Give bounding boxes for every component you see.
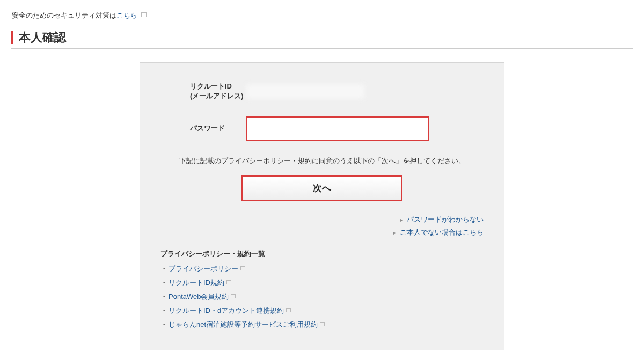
password-row: パスワード bbox=[160, 116, 484, 141]
external-link-icon bbox=[240, 266, 245, 270]
policy-link[interactable]: PontaWeb会員規約 bbox=[169, 292, 229, 301]
external-link-icon bbox=[141, 12, 147, 17]
recruit-id-value-wrap: xxxxxxxx bbox=[246, 84, 484, 99]
password-label: パスワード bbox=[160, 123, 246, 133]
identity-form-box: リクルートID (メールアドレス) xxxxxxxx パスワード 下記に記載のプ… bbox=[140, 62, 504, 350]
list-item: ・リクルートID規約 bbox=[160, 278, 484, 288]
security-notice-text: 安全のためのセキュリティ対策は bbox=[12, 11, 116, 19]
help-links: ▸ パスワードがわからない ▸ ご本人でない場合はこちら bbox=[160, 215, 484, 237]
external-link-icon bbox=[320, 322, 325, 326]
instruction-text: 下記に記載のプライバシーポリシー・規約に同意のうえ以下の「次へ」を押してください… bbox=[160, 156, 484, 166]
policy-section: プライバシーポリシー・規約一覧 ・プライバシーポリシー ・リクルートID規約 ・… bbox=[160, 249, 484, 330]
forgot-password-link[interactable]: パスワードがわからない bbox=[407, 215, 484, 223]
caret-icon: ▸ bbox=[400, 217, 403, 223]
policy-title: プライバシーポリシー・規約一覧 bbox=[160, 249, 484, 259]
policy-link[interactable]: じゃらんnet宿泊施設等予約サービスご利用規約 bbox=[169, 320, 318, 328]
not-you-link[interactable]: ご本人でない場合はこちら bbox=[400, 228, 484, 236]
policy-list: ・プライバシーポリシー ・リクルートID規約 ・PontaWeb会員規約 ・リク… bbox=[160, 264, 484, 330]
password-input[interactable] bbox=[246, 116, 429, 141]
policy-link[interactable]: リクルートID規約 bbox=[169, 279, 224, 287]
submit-wrap: 次へ bbox=[160, 176, 484, 201]
list-item: ・リクルートID・dアカウント連携規約 bbox=[160, 306, 484, 316]
list-item: ・プライバシーポリシー bbox=[160, 264, 484, 274]
policy-link[interactable]: プライバシーポリシー bbox=[169, 265, 238, 273]
policy-link[interactable]: リクルートID・dアカウント連携規約 bbox=[169, 306, 284, 315]
external-link-icon bbox=[226, 280, 231, 284]
page-title-row: 本人確認 bbox=[11, 31, 633, 49]
list-item: ・PontaWeb会員規約 bbox=[160, 292, 484, 302]
security-notice-link[interactable]: こちら bbox=[116, 11, 137, 19]
external-link-icon bbox=[231, 294, 236, 298]
page-title: 本人確認 bbox=[11, 31, 633, 44]
next-button[interactable]: 次へ bbox=[241, 176, 402, 201]
recruit-id-value: xxxxxxxx bbox=[246, 84, 364, 99]
recruit-id-row: リクルートID (メールアドレス) xxxxxxxx bbox=[160, 82, 484, 101]
password-value-wrap bbox=[246, 116, 484, 141]
security-notice: 安全のためのセキュリティ対策はこちら bbox=[11, 11, 633, 20]
caret-icon: ▸ bbox=[393, 230, 396, 236]
external-link-icon bbox=[286, 308, 291, 312]
recruit-id-label: リクルートID (メールアドレス) bbox=[160, 82, 246, 101]
list-item: ・じゃらんnet宿泊施設等予約サービスご利用規約 bbox=[160, 320, 484, 330]
recruit-id-label-line1: リクルートID bbox=[190, 82, 232, 90]
recruit-id-label-line2: (メールアドレス) bbox=[190, 92, 244, 100]
